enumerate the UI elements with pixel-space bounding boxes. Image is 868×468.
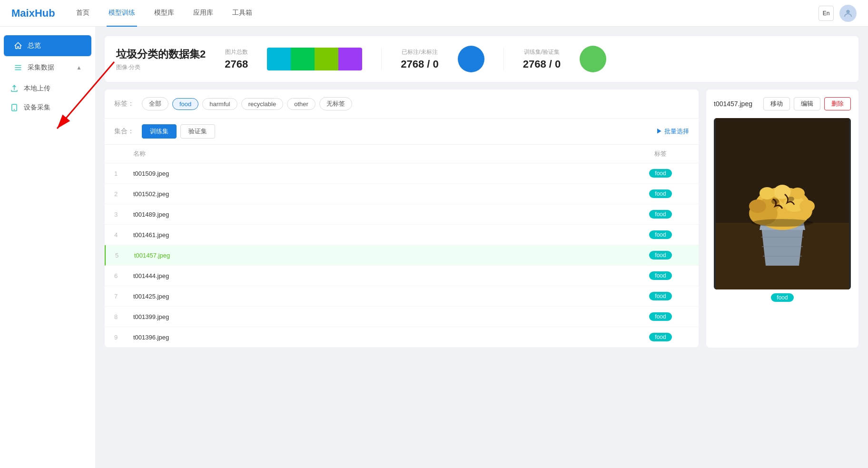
nav-app-library[interactable]: 应用库 [191, 0, 215, 27]
svg-rect-1 [15, 65, 21, 66]
color-seg-2 [291, 48, 315, 70]
labeled-value: 2768 / 0 [401, 58, 439, 70]
content-area: 标签： 全部 food harmful recyclable other 无标签… [105, 90, 858, 348]
dataset-title-section: 垃圾分类的数据集2 图像·分类 [116, 47, 206, 71]
translate-button[interactable]: En [819, 6, 834, 21]
svg-point-5 [14, 109, 15, 110]
svg-point-0 [846, 10, 849, 13]
row-tag: food [632, 312, 689, 321]
preview-tag-badge: food [771, 293, 793, 302]
delete-button[interactable]: 删除 [824, 97, 851, 110]
svg-rect-2 [15, 67, 21, 68]
color-seg-1 [267, 48, 291, 70]
header: MaixHub 首页 模型训练 模型库 应用库 工具箱 En [0, 0, 868, 27]
data-panel: 标签： 全部 food harmful recyclable other 无标签… [105, 90, 699, 348]
nav-model-training[interactable]: 模型训练 [107, 0, 137, 27]
upload-icon [10, 84, 19, 93]
table-row[interactable]: 3 t001489.jpeg food [105, 204, 699, 225]
row-num: 2 [114, 190, 133, 198]
nav: 首页 模型训练 模型库 应用库 工具箱 [74, 0, 254, 27]
split-value: 2768 / 0 [523, 58, 561, 70]
svg-point-20 [799, 200, 815, 212]
layout: 总览 采集数据 ▲ 本地上传 设备采集 垃圾分类的数据集2 [0, 27, 868, 468]
total-count-label: 图片总数 [225, 48, 248, 56]
dataset-subtitle: 图像·分类 [116, 63, 206, 71]
table-row[interactable]: 4 t001461.jpeg food [105, 225, 699, 245]
filter-label: 标签： [114, 100, 134, 108]
nav-model-library[interactable]: 模型库 [152, 0, 176, 27]
svg-point-24 [771, 199, 779, 204]
labeled-label: 已标注/未标注 [402, 48, 437, 56]
logo: MaixHub [11, 7, 55, 20]
sidebar-item-upload-label: 本地上传 [24, 84, 50, 93]
svg-point-19 [749, 199, 766, 213]
subset-train[interactable]: 训练集 [142, 124, 177, 139]
dataset-title: 垃圾分类的数据集2 [116, 47, 206, 61]
table-row[interactable]: 6 t001444.jpeg food [105, 266, 699, 286]
row-name: t001502.jpeg [133, 190, 632, 198]
list-icon [13, 63, 23, 72]
sidebar-item-device-label: 设备采集 [24, 103, 50, 112]
sidebar-item-collect[interactable]: 采集数据 ▲ [4, 57, 91, 78]
row-name: t001509.jpeg [133, 170, 632, 177]
sidebar-item-upload[interactable]: 本地上传 [0, 79, 95, 98]
dataset-header: 垃圾分类的数据集2 图像·分类 图片总数 2768 已标注/未标注 2768 /… [105, 36, 858, 82]
col-name-header: 名称 [133, 149, 632, 158]
filter-tag-other[interactable]: other [287, 98, 316, 110]
row-name: t001457.jpeg [134, 252, 632, 259]
nav-home[interactable]: 首页 [74, 0, 91, 27]
table-row[interactable]: 2 t001502.jpeg food [105, 184, 699, 204]
sidebar-item-overview[interactable]: 总览 [4, 35, 91, 56]
filter-tag-harmful[interactable]: harmful [202, 98, 237, 110]
svg-point-23 [751, 219, 813, 227]
total-count-value: 2768 [225, 58, 248, 70]
edit-button[interactable]: 编辑 [794, 97, 820, 110]
color-seg-4 [338, 48, 362, 70]
split-block: 训练集/验证集 2768 / 0 [523, 48, 561, 70]
labeled-pie-chart [458, 46, 484, 72]
total-count-block: 图片总数 2768 [225, 48, 248, 70]
table-row[interactable]: 5 t001457.jpeg food [105, 245, 699, 266]
preview-file-name: t001457.jpeg [714, 100, 752, 108]
split-label: 训练集/验证集 [524, 48, 560, 56]
move-button[interactable]: 移动 [763, 97, 790, 110]
sidebar-item-device[interactable]: 设备采集 [0, 98, 95, 117]
row-num: 3 [114, 211, 133, 218]
filter-tag-recyclable[interactable]: recyclable [241, 98, 284, 110]
table-row[interactable]: 9 t001396.jpeg food [105, 327, 699, 348]
row-tag: food [632, 210, 689, 219]
filter-row: 标签： 全部 food harmful recyclable other 无标签 [105, 90, 699, 119]
sidebar-item-overview-label: 总览 [28, 41, 41, 50]
table-rows-container: 1 t001509.jpeg food 2 t001502.jpeg food … [105, 163, 699, 348]
divider-2 [503, 48, 504, 70]
row-tag: food [632, 230, 689, 239]
row-name: t001399.jpeg [133, 313, 632, 320]
divider-1 [381, 48, 382, 70]
nav-toolbox[interactable]: 工具箱 [230, 0, 254, 27]
action-buttons: 移动 编辑 删除 [763, 97, 851, 110]
filter-tag-unlabeled[interactable]: 无标签 [319, 97, 352, 110]
batch-select-button[interactable]: ▶ 批量选择 [656, 127, 689, 136]
right-panel: t001457.jpeg 移动 编辑 删除 [706, 90, 858, 348]
row-num: 5 [115, 252, 134, 259]
table-row[interactable]: 7 t001425.jpeg food [105, 286, 699, 307]
svg-rect-3 [15, 70, 21, 70]
table-row[interactable]: 8 t001399.jpeg food [105, 307, 699, 327]
filter-tag-food[interactable]: food [172, 98, 198, 110]
row-name: t001461.jpeg [133, 231, 632, 239]
row-tag: food [632, 251, 689, 259]
subset-val[interactable]: 验证集 [180, 124, 215, 139]
svg-point-25 [788, 197, 794, 201]
row-tag: food [632, 333, 689, 341]
filter-tag-all[interactable]: 全部 [142, 97, 168, 110]
table-row[interactable]: 1 t001509.jpeg food [105, 163, 699, 184]
sidebar: 总览 采集数据 ▲ 本地上传 设备采集 [0, 27, 95, 468]
labeled-block: 已标注/未标注 2768 / 0 [401, 48, 439, 70]
row-num: 6 [114, 272, 133, 279]
row-num: 4 [114, 231, 133, 239]
row-name: t001444.jpeg [133, 272, 632, 279]
row-tag: food [632, 169, 689, 178]
split-pie-chart [580, 46, 606, 72]
header-right: En [819, 5, 857, 22]
avatar[interactable] [839, 5, 857, 22]
